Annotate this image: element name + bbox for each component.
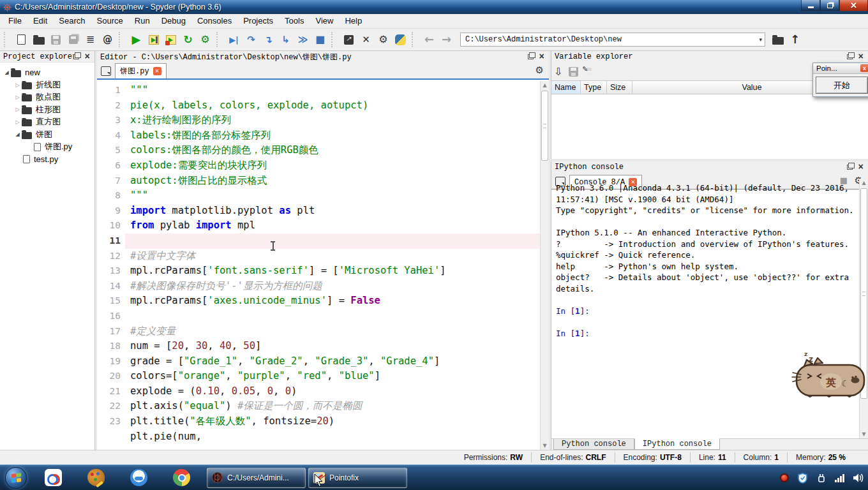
start-button[interactable]: [5, 467, 27, 489]
run-cell-advance-icon[interactable]: [163, 31, 179, 48]
save-data-icon[interactable]: [569, 67, 578, 77]
close-pane-icon[interactable]: ×: [858, 164, 864, 170]
signal-icon[interactable]: [835, 473, 844, 482]
volume-icon[interactable]: [853, 473, 864, 483]
menu-run[interactable]: Run: [129, 14, 156, 28]
undock-icon[interactable]: [73, 54, 79, 59]
menu-file[interactable]: File: [3, 14, 27, 28]
undock-icon[interactable]: [528, 54, 534, 59]
close-pane-icon[interactable]: ×: [539, 54, 544, 60]
code-text: [125, 309, 540, 324]
chevron-down-icon[interactable]: ▾: [759, 36, 762, 43]
code-line: 14#解决图像保存时负号'-'显示为方框的问题: [97, 279, 540, 294]
new-file-icon[interactable]: [13, 31, 29, 48]
continue-icon[interactable]: ≫: [295, 31, 311, 48]
fullscreen-icon[interactable]: ✕: [358, 31, 374, 48]
restore-button[interactable]: [820, 0, 839, 11]
symbol-finder-icon[interactable]: @: [100, 31, 116, 48]
menu-edit[interactable]: Edit: [27, 14, 53, 28]
remote-app-icon[interactable]: [45, 469, 62, 486]
tools-wrench-icon[interactable]: ⚙: [375, 31, 391, 48]
python-interpreter-icon[interactable]: [393, 31, 408, 48]
pointofix-window[interactable]: Poin... x 开始: [812, 63, 868, 97]
scroll-up-icon[interactable]: ▲: [541, 81, 549, 89]
run-file-icon[interactable]: ▶: [128, 31, 144, 48]
tree-item-饼图.py[interactable]: 饼图.py: [0, 140, 94, 152]
browse-directory-icon[interactable]: [770, 31, 786, 48]
maximize-pane-icon[interactable]: [341, 31, 357, 48]
editor-scrollbar[interactable]: ▲ ▼: [540, 81, 549, 450]
close-pane-icon[interactable]: ×: [858, 54, 864, 60]
record-icon[interactable]: [780, 473, 789, 482]
pointofix-close-icon[interactable]: x: [860, 64, 868, 72]
browser-icon[interactable]: [130, 469, 147, 486]
scroll-up-icon[interactable]: ▲: [860, 179, 868, 187]
menu-search[interactable]: Search: [53, 14, 91, 28]
tree-item-test.py[interactable]: test.py: [0, 153, 94, 165]
column-name[interactable]: Name: [551, 81, 581, 94]
close-pane-icon[interactable]: ×: [85, 54, 90, 60]
paint-palette-icon[interactable]: [87, 469, 105, 486]
scrollbar-thumb[interactable]: [541, 91, 548, 161]
save-all-icon[interactable]: [65, 31, 81, 48]
menu-view[interactable]: View: [310, 14, 339, 28]
plug-icon[interactable]: [816, 473, 827, 483]
expand-icon[interactable]: ▷: [13, 82, 22, 88]
column-type[interactable]: Type: [581, 81, 607, 94]
code-text: [125, 234, 540, 249]
expand-icon[interactable]: ▷: [13, 119, 22, 125]
menu-source[interactable]: Source: [91, 14, 129, 28]
file-switcher-icon[interactable]: ≣: [82, 31, 98, 48]
pointofix-start-button[interactable]: 开始: [816, 77, 868, 94]
scroll-down-icon[interactable]: ▼: [860, 430, 868, 438]
expand-icon[interactable]: ▷: [13, 107, 22, 112]
menu-debug[interactable]: Debug: [156, 14, 191, 28]
undock-icon[interactable]: [847, 54, 853, 59]
stop-debug-icon[interactable]: ■: [312, 31, 328, 48]
taskbar-button-spyder[interactable]: C:/Users/Admini...: [207, 468, 306, 488]
step-return-icon[interactable]: ↳: [278, 31, 294, 48]
tree-item-散点图[interactable]: ▷散点图: [0, 91, 94, 103]
open-file-icon[interactable]: [31, 31, 47, 48]
editor-tab[interactable]: 饼图.py ✕: [115, 63, 167, 78]
taskbar-button-pointofix[interactable]: Pointofix: [308, 468, 407, 488]
options-gear-icon[interactable]: ⚙: [535, 66, 544, 75]
column-size[interactable]: Size: [607, 81, 632, 94]
forward-icon[interactable]: →: [438, 31, 454, 48]
tab-ipython-console[interactable]: IPython console: [634, 438, 720, 450]
tree-item-直方图[interactable]: ▷直方图: [0, 116, 94, 128]
menu-help[interactable]: Help: [339, 14, 368, 28]
run-cell-icon[interactable]: [146, 31, 161, 48]
shield-icon[interactable]: [797, 473, 808, 484]
back-icon[interactable]: ←: [421, 31, 437, 48]
save-icon[interactable]: [48, 31, 64, 48]
collapse-icon[interactable]: ◢: [3, 70, 11, 75]
step-into-icon[interactable]: ↴: [260, 31, 276, 48]
run-config-icon[interactable]: ⚙: [197, 31, 213, 48]
undock-icon[interactable]: [847, 165, 853, 170]
debug-file-icon[interactable]: ▶|: [226, 31, 242, 48]
code-editor[interactable]: 1"""2pie(x, labels, colors, explode, aot…: [97, 81, 540, 450]
collapse-icon[interactable]: ◢: [13, 131, 22, 137]
tree-item-柱形图[interactable]: ▷柱形图: [0, 103, 94, 115]
parent-directory-icon[interactable]: ↑: [787, 31, 803, 48]
step-over-icon[interactable]: ↷: [243, 31, 259, 48]
close-tab-icon[interactable]: ✕: [153, 67, 161, 75]
expand-icon[interactable]: ▷: [13, 94, 22, 100]
tab-python-console[interactable]: Python console: [553, 439, 634, 450]
tree-item-饼图[interactable]: ◢饼图: [0, 128, 94, 140]
rerun-cell-icon[interactable]: ↻: [180, 31, 196, 48]
minimize-button[interactable]: [801, 0, 820, 11]
tree-item-折线图[interactable]: ▷折线图: [0, 78, 94, 91]
chrome-icon[interactable]: [173, 469, 190, 486]
working-directory-input[interactable]: C:\Users\Administrator\Desktop\new ▾: [460, 33, 765, 47]
tree-item-new[interactable]: ◢new: [0, 66, 94, 78]
import-data-icon[interactable]: ⇩: [554, 66, 562, 78]
browse-tabs-icon[interactable]: [101, 66, 111, 76]
scroll-down-icon[interactable]: ▼: [541, 442, 549, 450]
menu-projects[interactable]: Projects: [237, 14, 279, 28]
close-button[interactable]: ✕: [839, 0, 868, 11]
menu-tools[interactable]: Tools: [279, 14, 310, 28]
menu-consoles[interactable]: Consoles: [191, 14, 237, 28]
titlebar[interactable]: C:/Users/Administrator/Desktop/new - Spy…: [0, 0, 868, 14]
